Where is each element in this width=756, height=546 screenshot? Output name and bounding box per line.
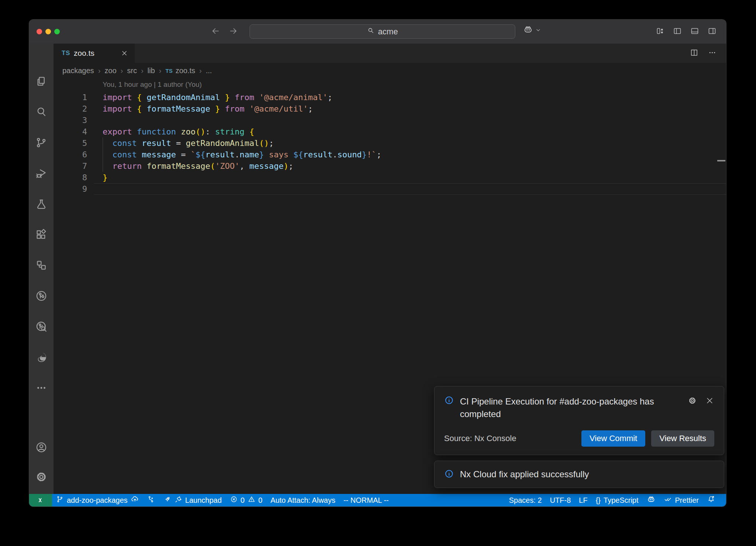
code-line-5: 5 const result = getRandomAnimal(); xyxy=(54,137,726,149)
toggle-primary-sidebar-icon[interactable] xyxy=(673,27,682,37)
errors-count: 0 xyxy=(241,496,245,505)
edge-devtools-icon[interactable] xyxy=(32,348,50,366)
minimize-window-button[interactable] xyxy=(45,29,51,34)
encoding-item[interactable]: UTF-8 xyxy=(546,494,575,506)
code-line-6: 6 const message = `${result.name} says $… xyxy=(54,149,726,160)
warnings-count: 0 xyxy=(258,496,262,505)
search-icon[interactable] xyxy=(32,103,50,121)
branch-name: add-zoo-packages xyxy=(67,496,128,505)
notification-close-icon[interactable] xyxy=(705,396,714,407)
eol-item[interactable]: LF xyxy=(575,494,591,506)
additional-views-icon[interactable] xyxy=(32,379,50,397)
language-item[interactable]: {} TypeScript xyxy=(592,494,643,506)
code-line-4: 4export function zoo(): string { xyxy=(54,126,726,137)
toggle-panel-icon[interactable] xyxy=(690,27,699,37)
breadcrumb-trailing[interactable]: ... xyxy=(206,66,212,75)
commit-graph-item[interactable] xyxy=(143,494,159,506)
code-text: } xyxy=(103,172,107,183)
zoom-window-button[interactable] xyxy=(54,29,60,34)
forward-arrow-icon[interactable] xyxy=(228,26,238,37)
breadcrumb-item-zoo[interactable]: zoo xyxy=(104,66,116,75)
code-line-1: 1import { getRandomAnimal } from '@acme/… xyxy=(54,92,726,103)
back-arrow-icon[interactable] xyxy=(211,26,220,37)
explorer-icon[interactable] xyxy=(32,72,50,90)
accounts-icon[interactable] xyxy=(32,438,50,456)
desktop: acme xyxy=(0,0,756,546)
breadcrumb-separator: › xyxy=(159,66,162,75)
copilot-icon[interactable] xyxy=(523,25,533,36)
close-tab-icon[interactable] xyxy=(121,50,128,57)
rocket-icon xyxy=(163,495,171,505)
code-text: import { formatMessage } from '@acme/uti… xyxy=(103,103,313,115)
copilot-icon xyxy=(647,495,656,506)
notification-message: Nx Cloud fix applied successfully xyxy=(460,469,589,480)
tab-label: zoo.ts xyxy=(74,49,94,58)
typescript-file-icon: TS xyxy=(165,68,172,74)
run-and-debug-icon[interactable] xyxy=(32,164,50,182)
remote-indicator[interactable] xyxy=(29,494,52,506)
line-number: 4 xyxy=(54,127,87,136)
notification-source: Source: Nx Console xyxy=(444,434,516,443)
activity-bar xyxy=(29,44,54,494)
code-text: const message = `${result.name} says ${r… xyxy=(103,149,381,160)
breadcrumb-separator: › xyxy=(199,66,202,75)
code-text: return formatMessage('ZOO', message); xyxy=(103,160,293,172)
notification-message: CI Pipeline Execution for #add-zoo-packa… xyxy=(460,395,681,420)
bell-badge-dot xyxy=(712,496,714,498)
git-branch-icon xyxy=(56,495,64,505)
problems-item[interactable]: 0 0 xyxy=(226,494,267,506)
customize-layout-icon[interactable] xyxy=(656,27,664,37)
toggle-secondary-sidebar-icon[interactable] xyxy=(708,27,717,37)
line-number: 5 xyxy=(54,139,87,148)
window-controls xyxy=(37,29,60,34)
code-line-3: 3 xyxy=(54,115,726,126)
view-commit-button[interactable]: View Commit xyxy=(581,430,645,447)
double-check-icon xyxy=(664,495,672,505)
code-line-9: 9 xyxy=(54,183,726,195)
notification-settings-gear-icon[interactable] xyxy=(688,396,697,407)
formatter-item[interactable]: Prettier xyxy=(660,494,703,506)
view-results-button[interactable]: View Results xyxy=(651,430,714,447)
split-editor-icon[interactable] xyxy=(690,48,698,58)
breadcrumb-item-src[interactable]: src xyxy=(127,66,137,75)
line-number: 6 xyxy=(54,150,87,159)
chevron-down-icon[interactable] xyxy=(535,27,541,34)
errors-icon xyxy=(230,495,238,505)
status-bar: add-zoo-packages Launchpad 0 0 xyxy=(29,494,726,506)
commit-graph-icon xyxy=(147,495,155,505)
extensions-icon[interactable] xyxy=(32,226,50,243)
close-window-button[interactable] xyxy=(37,29,42,34)
code-line-7: 7 return formatMessage('ZOO', message); xyxy=(54,160,726,172)
auto-attach-item[interactable]: Auto Attach: Always xyxy=(267,494,340,506)
references-icon[interactable] xyxy=(32,256,50,274)
overview-ruler-cursor-mark xyxy=(717,160,725,161)
launchpad-item[interactable]: Launchpad xyxy=(159,494,226,506)
line-number: 3 xyxy=(54,116,87,125)
tab-zoo-ts[interactable]: TS zoo.ts xyxy=(54,44,135,63)
breadcrumb-separator: › xyxy=(141,66,144,75)
breadcrumb-item-packages[interactable]: packages xyxy=(62,66,94,75)
braces-icon: {} xyxy=(596,496,601,505)
warnings-icon xyxy=(248,495,255,505)
command-center-search[interactable]: acme xyxy=(250,24,515,39)
gitlens-inspect-icon[interactable] xyxy=(32,318,50,335)
line-number: 8 xyxy=(54,173,87,182)
notification-ci-pipeline: CI Pipeline Execution for #add-zoo-packa… xyxy=(434,386,724,455)
testing-icon[interactable] xyxy=(32,195,50,213)
info-icon xyxy=(444,395,454,407)
vim-mode-item[interactable]: -- NORMAL -- xyxy=(339,494,393,506)
gitlens-icon[interactable] xyxy=(32,287,50,305)
git-branch-item[interactable]: add-zoo-packages xyxy=(52,494,143,506)
breadcrumb-item-lib[interactable]: lib xyxy=(148,66,155,75)
git-blame-annotation: You, 1 hour ago | 1 author (You) xyxy=(103,81,202,89)
notifications-bell-item[interactable] xyxy=(703,494,719,506)
cloud-upload-icon xyxy=(131,495,139,505)
indentation-item[interactable]: Spaces: 2 xyxy=(505,494,546,506)
breadcrumb-item-file[interactable]: zoo.ts xyxy=(175,66,195,75)
line-number: 9 xyxy=(54,184,87,194)
code-text: const result = getRandomAnimal(); xyxy=(103,137,274,149)
copilot-status-item[interactable] xyxy=(643,494,660,506)
source-control-icon[interactable] xyxy=(32,134,50,151)
more-actions-icon[interactable] xyxy=(708,48,717,58)
settings-gear-icon[interactable] xyxy=(32,468,50,486)
